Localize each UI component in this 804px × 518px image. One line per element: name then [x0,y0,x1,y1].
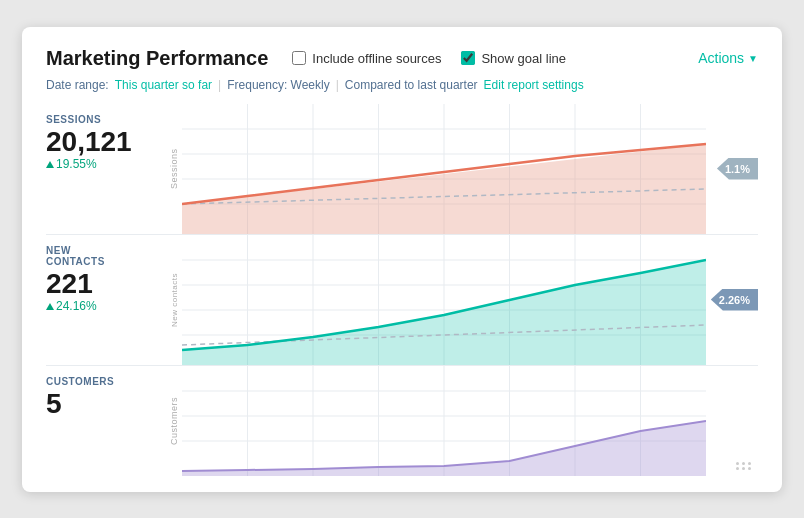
dot-1 [736,462,739,465]
sessions-badge: 1.1% [717,158,758,180]
sessions-label: SESSIONS [46,114,166,125]
contacts-chart [182,235,706,365]
charts-area: Sessions [166,104,758,476]
new-contacts-metric: NEWCONTACTS 221 24.16% [46,235,166,365]
customers-badge-col [706,366,758,476]
customers-chart-row: Customers [166,366,758,476]
contacts-y-label: New contacts [166,235,182,365]
offline-sources-checkbox[interactable] [292,51,306,65]
customers-y-label: Customers [166,366,182,476]
sessions-y-label: Sessions [166,104,182,234]
metrics-column: SESSIONS 20,121 19.55% NEWCONTACTS 221 2… [46,104,166,476]
actions-button[interactable]: Actions ▼ [698,50,758,66]
customers-chart [182,366,706,476]
sessions-value: 20,121 [46,127,166,158]
offline-sources-group: Include offline sources [292,51,441,66]
actions-label: Actions [698,50,744,66]
date-range-label: Date range: [46,78,109,92]
charts-container: SESSIONS 20,121 19.55% NEWCONTACTS 221 2… [46,104,758,476]
date-range-value: This quarter so far [115,78,212,92]
new-contacts-change-value: 24.16% [56,299,97,313]
separator-1: | [218,78,221,92]
header-row: Marketing Performance Include offline so… [46,47,758,70]
dot-3 [748,462,751,465]
chevron-down-icon: ▼ [748,53,758,64]
sessions-change-value: 19.55% [56,157,97,171]
sessions-chart [182,104,706,234]
dot-6 [748,467,751,470]
customers-chart-svg-container [182,366,706,476]
dot-4 [736,467,739,470]
new-contacts-change: 24.16% [46,299,166,313]
meta-row: Date range: This quarter so far | Freque… [46,78,758,92]
sessions-chart-svg-container [182,104,706,234]
page-title: Marketing Performance [46,47,268,70]
dot-2 [742,462,745,465]
contacts-chart-svg-container [182,235,706,365]
marketing-performance-card: Marketing Performance Include offline so… [22,27,782,492]
separator-2: | [336,78,339,92]
corner-dots [736,462,752,470]
compared-label: Compared to last quarter [345,78,478,92]
sessions-badge-col: 1.1% [706,104,758,234]
new-contacts-label: NEWCONTACTS [46,245,166,267]
contacts-chart-row: New contacts [166,235,758,365]
new-contacts-value: 221 [46,269,166,300]
contacts-badge-col: 2.26% [706,235,758,365]
sessions-change: 19.55% [46,157,166,171]
sessions-up-arrow-icon [46,161,54,168]
sessions-metric: SESSIONS 20,121 19.55% [46,104,166,234]
customers-label: CUSTOMERS [46,376,166,387]
show-goal-label[interactable]: Show goal line [481,51,566,66]
customers-metric: CUSTOMERS 5 [46,366,166,476]
frequency-label: Frequency: Weekly [227,78,330,92]
customers-value: 5 [46,389,166,420]
offline-sources-label[interactable]: Include offline sources [312,51,441,66]
show-goal-checkbox[interactable] [461,51,475,65]
contacts-up-arrow-icon [46,303,54,310]
sessions-chart-row: Sessions [166,104,758,234]
edit-report-link[interactable]: Edit report settings [484,78,584,92]
show-goal-group: Show goal line [461,51,566,66]
dot-5 [742,467,745,470]
contacts-badge: 2.26% [711,289,758,311]
